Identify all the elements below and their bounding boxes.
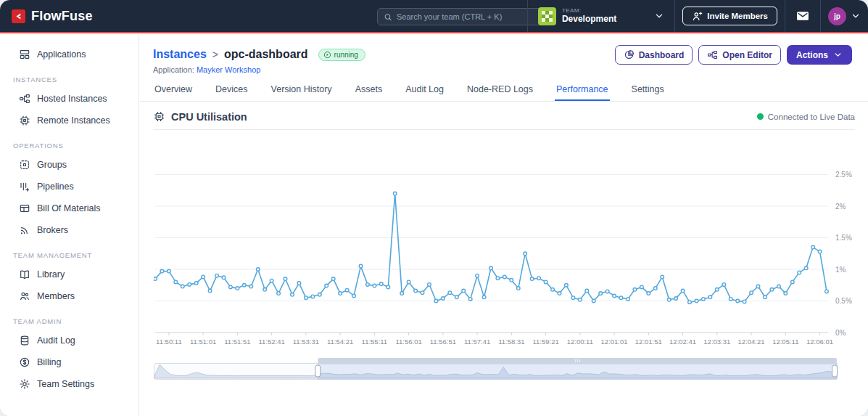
sidebar-item-groups[interactable]: Groups [0,154,139,176]
status-badge: running [318,49,365,61]
live-status-dot [757,113,764,120]
actions-button[interactable]: Actions [787,45,852,65]
sidebar-item-team-settings[interactable]: Team Settings [0,373,139,395]
sidebar-item-label: Pipelines [37,182,74,192]
brush-svg[interactable] [154,357,838,380]
applications-icon [19,49,30,60]
svg-text:11:58:31: 11:58:31 [498,338,524,346]
main-content: Instances > opc-dashboard running Applic… [140,35,868,416]
chevron-down-icon [833,50,843,60]
svg-text:12:06:01: 12:06:01 [806,338,833,346]
chevron-down-icon [851,11,861,21]
team-avatar [538,7,556,25]
notifications-button[interactable] [793,9,813,23]
sidebar-item-label: Billing [37,357,61,367]
chart-range-brush[interactable] [154,357,838,380]
brand-name: FlowFuse [31,9,93,24]
sidebar-item-label: Members [37,291,75,301]
user-avatar: jp [828,7,846,25]
sidebar-item-label: Applications [37,49,86,60]
sidebar-item-audit-log[interactable]: Audit Log [0,330,139,351]
application-label: Application: [153,65,194,74]
panel-header: CPU Utilisation Connected to Live Data [153,110,855,130]
sidebar-item-applications[interactable]: Applications [0,44,139,65]
team-selector[interactable]: TEAM: Development [535,7,667,25]
sidebar-section-header: INSTANCES [0,65,139,88]
invite-members-label: Invite Members [707,12,768,20]
tab-node-red-logs[interactable]: Node-RED Logs [466,80,534,101]
svg-text:12:00:11: 12:00:11 [567,338,593,346]
tab-version-history[interactable]: Version History [270,80,334,101]
svg-text:11:52:41: 11:52:41 [258,338,284,346]
flowfuse-logo[interactable]: FlowFuse [0,9,104,24]
sidebar-item-library[interactable]: Library [0,264,139,285]
divider [527,0,528,32]
svg-text:11:51:01: 11:51:01 [190,338,216,346]
live-status-label: Connected to Live Data [768,113,855,121]
sidebar-item-label: Audit Log [37,335,75,346]
svg-text:11:54:21: 11:54:21 [327,338,353,346]
tab-settings[interactable]: Settings [630,80,666,101]
svg-text:12:01:01: 12:01:01 [601,338,628,346]
pie-chart-icon [624,49,635,60]
svg-text:1.5%: 1.5% [835,234,852,242]
divider [820,0,821,32]
navbar-right: TEAM: Development Invite Members [520,0,861,32]
panel-title-group: CPU Utilisation [153,110,247,123]
svg-text:11:57:41: 11:57:41 [464,338,490,346]
top-navbar: FlowFuse TEAM: Development [0,0,868,33]
sidebar-item-label: Bill Of Materials [37,203,101,213]
team-settings-icon [19,378,30,390]
cpu-chip-icon [153,110,165,123]
svg-text:12:05:11: 12:05:11 [772,338,798,346]
sidebar-section-header: OPERATIONS [0,131,139,154]
divider [785,0,785,32]
open-editor-button[interactable]: Open Editor [698,45,781,65]
tab-devices[interactable]: Devices [214,80,249,101]
sidebar-item-hosted-instances[interactable]: Hosted Instances [0,88,139,110]
brush-selected-range[interactable] [318,364,837,379]
panel-title: CPU Utilisation [171,111,247,123]
svg-text:1%: 1% [835,266,846,274]
members-icon [19,290,30,302]
flowfuse-logo-icon [12,9,25,23]
sidebar-item-label: Brokers [37,225,68,235]
app-window: FlowFuse TEAM: Development [0,0,868,416]
tab-bar: OverviewDevicesVersion HistoryAssetsAudi… [140,80,868,102]
dashboard-button[interactable]: Dashboard [615,45,693,65]
application-row: Application: Mayker Workshop [153,65,260,74]
brush-handle-left[interactable] [315,365,321,377]
sidebar-item-bill-of-materials[interactable]: Bill Of Materials [0,197,139,219]
tab-assets[interactable]: Assets [354,80,384,101]
breadcrumb: Instances > opc-dashboard running [153,48,365,61]
sidebar-item-remote-instances[interactable]: Remote Instances [0,110,139,131]
svg-text:12:03:31: 12:03:31 [703,338,730,346]
audit-log-icon [19,335,30,346]
sidebar-item-pipelines[interactable]: Pipelines [0,176,139,197]
tab-overview[interactable]: Overview [153,80,194,101]
svg-text:12:02:41: 12:02:41 [669,338,696,346]
sidebar-item-members[interactable]: Members [0,285,139,307]
brush-handle-right[interactable] [832,365,838,377]
svg-text:0.5%: 0.5% [835,297,852,305]
sidebar-section-header: TEAM ADMIN [0,307,139,330]
status-badge-label: running [334,51,358,59]
sidebar-item-brokers[interactable]: Brokers [0,219,139,241]
breadcrumb-instances-link[interactable]: Instances [153,48,207,61]
breadcrumb-separator: > [212,49,218,60]
tab-performance[interactable]: Performance [555,80,610,101]
team-name: Development [562,15,616,24]
application-link[interactable]: Mayker Workshop [197,65,260,74]
dashboard-button-label: Dashboard [639,50,685,60]
actions-button-label: Actions [796,50,828,60]
svg-text:2.5%: 2.5% [835,171,852,179]
svg-text:2%: 2% [835,203,846,211]
open-editor-button-label: Open Editor [722,50,772,60]
invite-members-button[interactable]: Invite Members [682,7,777,25]
sidebar: ApplicationsINSTANCESHosted InstancesRem… [0,35,139,416]
sidebar-item-billing[interactable]: Billing [0,351,139,373]
user-menu[interactable]: jp [828,7,861,25]
pipelines-icon [19,181,30,192]
tab-audit-log[interactable]: Audit Log [404,80,445,101]
sidebar-item-label: Library [37,269,65,280]
